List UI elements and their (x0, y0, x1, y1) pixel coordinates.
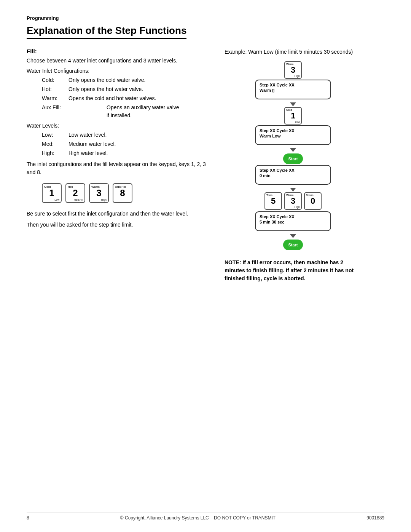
key-warm3-top: Warm (286, 194, 293, 197)
note-text: NOTE: If a fill error occurs, then machi… (225, 259, 362, 283)
level-low-value: Low water level. (68, 131, 107, 139)
config-warm-label: Warm: (42, 94, 65, 102)
key2-bottom-label: Med,Fill (73, 198, 83, 201)
start-btn-2-label: Start (288, 243, 298, 247)
config-hot-label: Hot: (42, 85, 65, 93)
note-bold: NOTE: If a fill error occurs, then machi… (225, 259, 354, 281)
step2-key-number: 1 (291, 111, 295, 121)
step1-screen-line1: Step XX Cycle XX (260, 83, 327, 87)
header-label: Programming (27, 15, 384, 21)
multi-key-row: Tens 5 Warm 3 High Teens 0 (264, 192, 322, 211)
keypad-note: The inlet configurations and the fill le… (27, 160, 209, 176)
page-title: Explanation of the Step Functions (27, 25, 186, 39)
config-aux-label: Aux Fill: (42, 104, 65, 120)
footer-copyright: © Copyright, Alliance Laundry Systems LL… (120, 515, 276, 521)
level-high-value: High water level. (68, 149, 108, 157)
step3-screen: Step XX Cycle XX 0 min (255, 165, 331, 185)
instruction1: Be sure to select first the inlet config… (27, 210, 209, 218)
key3-bottom-label: High (101, 198, 107, 201)
step4-screen-line2: 5 min 30 sec (260, 220, 327, 224)
step2-key-bottom: Low (295, 120, 300, 123)
config-warm-value: Opens the cold and hot water valves. (68, 94, 156, 102)
key-teens-top: Teens (306, 194, 314, 197)
key-warm3-number: 3 (291, 196, 295, 206)
step1-key: Warm 3 High (284, 61, 302, 79)
arrow-1 (290, 102, 296, 106)
configurations-list: Cold: Only opens the cold water valve. H… (42, 76, 209, 120)
key2-top-label: Hot (68, 185, 73, 189)
level-high: High: High water level. (42, 149, 209, 157)
content-wrapper: Fill: Choose between 4 water inlet confi… (27, 48, 384, 283)
step4-screen: Step XX Cycle XX 5 min 30 sec (255, 211, 331, 231)
start-btn-1-label: Start (288, 157, 298, 161)
step-1: Warm 3 High Step XX Cycle XX Warm ▯ (255, 61, 331, 99)
key1-top-label: Cold (44, 185, 51, 189)
water-inlet-heading: Water Inlet Configurations: (27, 68, 209, 74)
step1-key-bottom: High (295, 75, 300, 77)
level-med-value: Medium water level. (68, 140, 116, 148)
key-cold-1: Cold 1 Low (42, 183, 62, 203)
step4-screen-line1: Step XX Cycle XX (260, 214, 327, 219)
key-tens-top: Tens (266, 194, 272, 197)
footer: 8 © Copyright, Alliance Laundry Systems … (27, 513, 384, 521)
config-warm: Warm: Opens the cold and hot water valve… (42, 94, 209, 102)
key-warm3-bottom: High (295, 206, 300, 208)
key8-number: 8 (120, 189, 125, 198)
level-low: Low: Low water level. (42, 131, 209, 139)
levels-list: Low: Low water level. Med: Medium water … (42, 131, 209, 157)
footer-doc-number: 9001889 (366, 515, 384, 521)
start-btn-2[interactable]: Start (283, 240, 303, 250)
level-high-label: High: (42, 149, 65, 157)
water-levels-heading: Water Levels: (27, 123, 209, 129)
arrow-3 (290, 188, 296, 192)
step3-screen-line2: 0 min (260, 173, 327, 178)
key-warm-3-2: Warm 3 High (284, 192, 302, 210)
key1-number: 1 (49, 189, 54, 198)
step2-screen-line2: Warm Low (260, 134, 327, 138)
key3-top-label: Warm (91, 185, 100, 189)
key-hot-2: Hot 2 Med,Fill (65, 183, 85, 203)
config-hot: Hot: Only opens the hot water valve. (42, 85, 209, 93)
page: Programming Explanation of the Step Func… (0, 0, 411, 532)
config-aux: Aux Fill: Opens an auxiliary water valve… (42, 104, 209, 120)
step2-key-top: Cold (286, 109, 292, 111)
level-low-label: Low: (42, 131, 65, 139)
instruction2: Then you will be asked for the step time… (27, 221, 209, 229)
config-hot-value: Only opens the hot water valve. (68, 85, 143, 93)
keypad-row: Cold 1 Low Hot 2 Med,Fill Warm 3 High (42, 183, 209, 203)
config-aux-value: Opens an auxiliary water valveif install… (107, 104, 179, 120)
fill-intro: Choose between 4 water inlet configurati… (27, 57, 209, 65)
right-column: Example: Warm Low (time limit 5 minutes … (225, 48, 362, 283)
step-3: Start Step XX Cycle XX 0 min (255, 153, 331, 185)
step-4: Tens 5 Warm 3 High Teens 0 (255, 192, 331, 231)
step1-screen: Step XX Cycle XX Warm ▯ (255, 80, 331, 99)
step1-screen-line2: Warm ▯ (260, 88, 327, 93)
fill-title: Fill: (27, 48, 209, 54)
key-warm-3: Warm 3 High (89, 183, 109, 203)
arrow-2 (290, 148, 296, 152)
key-tens-5: Tens 5 (264, 192, 282, 210)
config-cold: Cold: Only opens the cold water valve. (42, 76, 209, 84)
arrow-4 (290, 234, 296, 238)
key-aux-8: Aux Fill 8 (113, 183, 132, 203)
step1-key-number: 3 (291, 65, 295, 75)
level-med-label: Med: (42, 140, 65, 148)
step3-screen-line1: Step XX Cycle XX (260, 168, 327, 173)
left-column: Fill: Choose between 4 water inlet confi… (27, 48, 209, 283)
start-btn-1[interactable]: Start (283, 153, 303, 164)
step-2: Cold 1 Low Step XX Cycle XX Warm Low (255, 107, 331, 145)
step2-screen: Step XX Cycle XX Warm Low (255, 125, 331, 145)
key2-number: 2 (73, 189, 78, 198)
display-sequence: Warm 3 High Step XX Cycle XX Warm ▯ Cold… (225, 61, 362, 251)
step1-key-top: Warm (286, 63, 293, 66)
level-med: Med: Medium water level. (42, 140, 209, 148)
key1-bottom-label: Low (54, 198, 59, 201)
key8-top-label: Aux Fill (115, 185, 126, 189)
step2-screen-line1: Step XX Cycle XX (260, 128, 327, 133)
key-tens-number: 5 (271, 196, 276, 206)
key3-number: 3 (96, 189, 101, 198)
example-title: Example: Warm Low (time limit 5 minutes … (225, 48, 362, 56)
key-teens-0: Teens 0 (304, 192, 322, 210)
config-cold-label: Cold: (42, 76, 65, 84)
config-cold-value: Only opens the cold water valve. (68, 76, 145, 84)
